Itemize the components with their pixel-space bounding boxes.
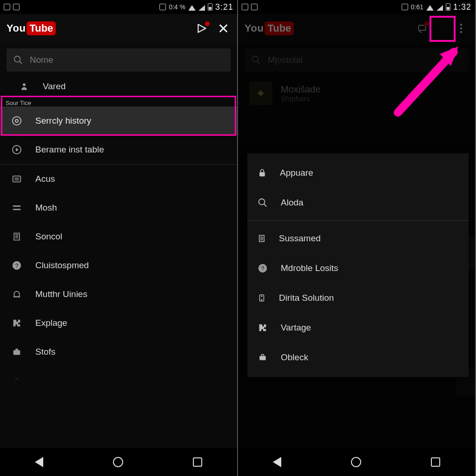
channel-title: Moxišade (281, 84, 321, 95)
notification-badge-icon (424, 21, 430, 26)
android-navbar (0, 448, 237, 476)
status-icon (4, 4, 10, 10)
svg-point-23 (252, 56, 258, 62)
svg-point-36 (261, 299, 262, 300)
youtube-logo[interactable]: You Tube (7, 21, 56, 35)
nav-back-button[interactable] (273, 457, 281, 467)
overflow-menu-button[interactable] (454, 21, 469, 36)
more-icon (11, 373, 22, 384)
list-item-label: Soncol (35, 231, 62, 242)
status-clock: 3:21 (215, 2, 233, 12)
svg-text:?: ? (15, 262, 18, 269)
list-item[interactable]: Explage (0, 309, 237, 337)
nav-recent-button[interactable] (193, 457, 202, 467)
status-data: 0:4 % (169, 3, 185, 11)
menu-icon (11, 202, 22, 213)
cast-icon[interactable] (195, 21, 210, 36)
svg-rect-18 (13, 350, 20, 355)
status-clock: 1:32 (453, 2, 471, 12)
svg-line-27 (264, 204, 267, 207)
popup-item-label: Obleck (281, 352, 308, 363)
list-item[interactable] (0, 366, 237, 390)
svg-point-26 (259, 199, 265, 205)
svg-point-0 (14, 56, 20, 62)
divider (247, 220, 469, 221)
list-item-label: Explage (35, 318, 67, 328)
search-icon (251, 55, 261, 65)
play-circle-icon (11, 144, 22, 155)
list-item[interactable]: Acus (0, 165, 237, 193)
share-icon (258, 323, 268, 333)
list-item-label: Mosh (35, 203, 57, 213)
popup-item[interactable]: Sussamed (247, 224, 469, 253)
svg-text:?: ? (261, 265, 264, 272)
search-input[interactable]: Mjostolai (245, 48, 469, 72)
logo-tube: Tube (26, 21, 56, 35)
building-icon (11, 231, 22, 242)
status-bar: 0:61 1:32 (238, 0, 475, 14)
briefcase-icon (258, 353, 268, 362)
list-item[interactable]: Berame inst table (0, 135, 237, 164)
svg-rect-6 (13, 176, 21, 182)
history-icon (11, 115, 22, 126)
svg-point-35 (261, 296, 262, 297)
menu-list: Vared Sour Tice Serrcly history Berame i… (0, 74, 237, 448)
nav-home-button[interactable] (113, 457, 123, 467)
android-navbar (238, 448, 475, 476)
search-placeholder: Nome (30, 55, 53, 65)
list-item[interactable]: Mosh (0, 193, 237, 222)
popup-item-label: Appuare (280, 168, 313, 178)
battery-icon (208, 3, 212, 11)
popup-item-label: Aloda (281, 198, 304, 208)
list-item-label: Vared (43, 81, 66, 92)
youtube-logo[interactable]: You Tube (245, 21, 294, 35)
close-button[interactable]: ✕ (216, 21, 231, 36)
list-item[interactable]: Mutthr Uinies (0, 280, 237, 309)
search-icon (258, 198, 268, 208)
battery-icon (446, 3, 450, 11)
search-icon (13, 55, 23, 65)
popup-item-label: Sussamed (279, 233, 321, 244)
phone-right: 0:61 1:32 You Tube Mjostolai ✦ Moxišade (238, 0, 476, 476)
status-icon (159, 4, 166, 10)
bell-icon (11, 289, 22, 300)
list-item[interactable]: Soncol (0, 222, 237, 251)
nav-back-button[interactable] (35, 457, 43, 467)
person-icon (19, 81, 30, 92)
nav-recent-button[interactable] (431, 457, 440, 467)
svg-point-3 (13, 117, 21, 125)
help-icon: ? (11, 260, 22, 271)
list-item-label: Cluistospmed (35, 260, 89, 271)
popup-item[interactable]: Appuare (247, 158, 469, 188)
search-placeholder: Mjostolai (268, 55, 303, 65)
notification-badge-icon (205, 21, 210, 26)
status-icon (402, 4, 408, 10)
list-item-label: Mutthr Uinies (35, 289, 87, 299)
help-icon: ? (258, 263, 268, 273)
popup-item-label: Mdroble Losits (281, 263, 338, 273)
cast-icon[interactable] (415, 21, 430, 36)
list-item-label: Acus (35, 174, 55, 184)
svg-rect-19 (419, 25, 426, 30)
nav-home-button[interactable] (351, 457, 361, 467)
popup-item[interactable]: Aloda (247, 188, 469, 218)
status-icon (242, 4, 248, 10)
popup-item[interactable]: Vartage (247, 313, 469, 343)
popup-item[interactable]: ? Mdroble Losits (247, 253, 469, 283)
search-input[interactable]: Nome (7, 48, 231, 72)
logo-you: You (245, 22, 264, 34)
popup-item[interactable]: Obleck (247, 343, 469, 372)
svg-line-24 (258, 61, 260, 64)
popup-item[interactable]: Dirita Solution (247, 283, 469, 313)
list-item[interactable]: Vared (0, 74, 237, 99)
channel-row[interactable]: ✦ Moxišade Shiphers (238, 74, 475, 111)
status-data: 0:61 (411, 3, 423, 11)
avatar: ✦ (249, 82, 272, 105)
list-item-label: Berame inst table (35, 145, 104, 155)
svg-point-2 (23, 83, 26, 86)
list-item[interactable]: ? Cluistospmed (0, 251, 237, 280)
list-item[interactable]: Stofs (0, 337, 237, 366)
svg-rect-37 (259, 356, 265, 360)
list-item-label: Stofs (35, 347, 55, 357)
list-item-history[interactable]: Serrcly history (0, 106, 237, 135)
